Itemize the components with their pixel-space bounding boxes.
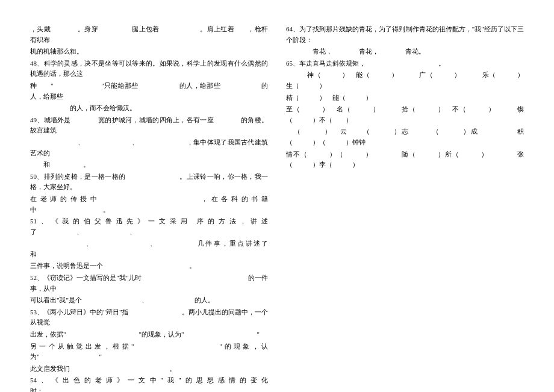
right-column: 64、为了找到那片残缺的青花，为了得到制作青花的祖传配方，"我"经历了以下三个阶… [280,24,524,392]
q65-text-a: 65、车走直马走斜依规矩， 。 [286,58,524,69]
q52-text-a: 52、《窃读记》一文描写的是"我"儿时 的一件事，从中 [30,273,268,294]
q49-text-c: 和 。 [30,160,268,170]
q50-text-b: 在老师的传授中 ，在各科的书籍中 。 [30,194,268,215]
q64-text-b: 青花， 青花， 青花。 [286,46,524,57]
q49-text-a: 49、城墙外是 宽的护城河，城墙的四角上，各有一座 的角楼。故宫建筑 [30,115,268,136]
idiom-row-3: 至（ ） 名（ ） 拾（ ） 不（ ） 锲（ ）不（ ） [286,104,524,125]
idiom-row-4: （ ） 云 （ ）志 （ ）成 积（ ）（ ）钟钟 [286,126,524,148]
q51-text-c: 三件事，说明鲁迅是一个 。 [30,261,268,272]
q52-text-b: 可以看出"我"是个 、 的人。 [30,295,268,306]
q51-text-b: 、 、 几件事，重点讲述了 和 [30,238,268,260]
idiom-row-2: 精（ ） 能（ ） [286,93,524,104]
q47-text-b: 机的机轴那么粗。 [30,46,268,57]
q48-text-b: 种 " "只能给那些 的人，给那些 的人，给那些 [30,81,268,102]
left-column: ，头戴 。身穿 腿上包着 。肩上红着 ，枪杆有织布 机的机轴那么粗。 48、科学… [30,24,280,392]
q50-text-a: 50、排列的桌椅，是一格一格的 。上课铃一响，你一格，我一格，大家坐好。 [30,172,268,193]
q47-text-a: ，头戴 。身穿 腿上包着 。肩上红着 ，枪杆有织布 [30,24,268,45]
idiom-row-1: 神（ ） 能（ ） 广（ ） 乐（ ） 生（ ） [286,70,524,91]
q51-text-a: 51、《我的伯父鲁迅先》一文采用 序的方法，讲述了 、 、 [30,216,268,237]
q48-text-c: 的人，而不会给懒汉。 [30,103,268,114]
q49-text-b: 、 、 ，集中体现了我国古代建筑艺术的 [30,137,268,158]
q53-text-c: 另一个从触觉出发，根据" "的现象，认为" " [30,341,268,362]
q48-text-a: 48、科学的灵感，决不是坐等可以等来的。如果说，科学上的发现有什么偶然的机遇的话… [30,58,268,79]
idiom-row-5: 情不（ ）（ ） 随（ ）所（ ） 张（ ）李（ ） [286,149,524,170]
q64-text-a: 64、为了找到那片残缺的青花，为了得到制作青花的祖传配方，"我"经历了以下三个阶… [286,24,524,45]
q53-text-d: 此文启发我们 。 [30,364,268,375]
q53-text-b: 出发，依据" "的现象，认为" " [30,329,268,340]
q54-text-a: 54、《出色的老师》一文中"我"的思想感情的变化时： 、 、 [30,375,268,392]
q53-text-a: 53、《两小儿辩日》中的"辩日"指 。两小儿提出的问题中，一个从视觉 [30,307,268,328]
